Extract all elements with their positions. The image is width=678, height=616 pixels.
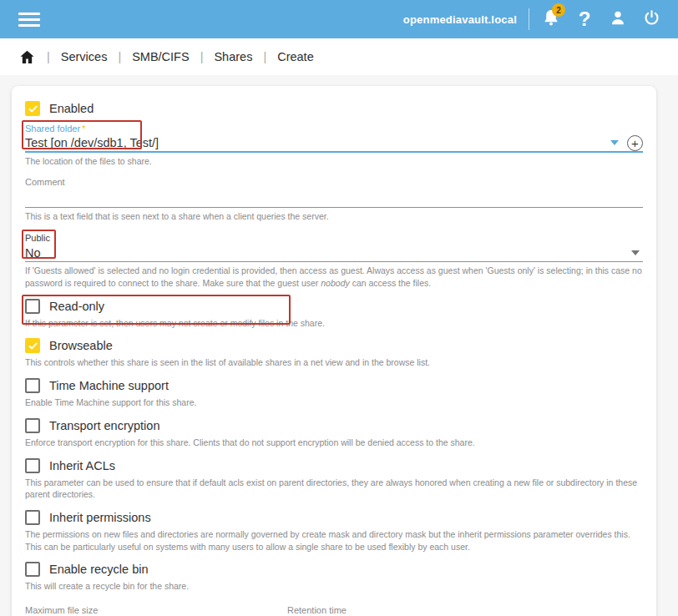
maximum-file-size-label: Maximum file size (25, 604, 257, 616)
header-divider (529, 8, 529, 30)
public-value: No (25, 245, 628, 261)
shared-folder-select[interactable]: Test [on /dev/sdb1, Test/] + (25, 134, 643, 153)
share-create-form: Enabled Shared folder* Test [on /dev/sdb… (12, 86, 656, 616)
comment-hint: This is a text field that is seen next t… (25, 210, 643, 223)
enabled-label: Enabled (49, 102, 94, 115)
browseable-checkbox[interactable] (25, 338, 40, 353)
public-select[interactable]: No (25, 244, 643, 262)
notification-badge: 2 (552, 3, 565, 17)
breadcrumb-item-smbcifs[interactable]: SMB/CIFS (132, 50, 189, 63)
transport-encryption-hint: Enforce transport encryption for this sh… (25, 437, 643, 449)
inherit-permissions-label: Inherit permissions (49, 511, 151, 524)
shared-folder-value: Test [on /dev/sdb1, Test/] (25, 134, 607, 151)
public-hint: If 'Guests allowed' is selected and no l… (25, 265, 643, 289)
enable-recycle-bin-row: Enable recycle bin This will create a re… (25, 561, 643, 593)
required-marker: * (82, 124, 85, 134)
breadcrumb-item-create[interactable]: Create (277, 50, 314, 63)
omv-smb-share-create-page: { "header": { "hostname": "openmediavaul… (0, 0, 678, 616)
shared-folder-field: Shared folder* Test [on /dev/sdb1, Test/… (25, 123, 643, 168)
person-icon (609, 8, 627, 30)
maximum-file-size-field: Maximum file size Unrestricted Files tha… (25, 604, 257, 616)
public-hint-emphasis: nobody (321, 278, 349, 288)
breadcrumb-separator: | (47, 50, 50, 63)
transport-encryption-label: Transport encryption (49, 419, 159, 432)
browseable-row: Browseable This controls whether this sh… (25, 337, 643, 369)
readonly-label: Read-only (49, 300, 104, 313)
enable-recycle-bin-label: Enable recycle bin (49, 563, 149, 576)
power-icon (643, 9, 660, 30)
browseable-label: Browseable (49, 339, 113, 352)
time-machine-label: Time Machine support (49, 379, 169, 392)
comment-field: Comment This is a text field that is see… (25, 176, 643, 223)
inherit-acls-hint: This parameter can be used to ensure tha… (25, 477, 643, 501)
breadcrumb-separator: | (118, 50, 121, 63)
user-button[interactable] (601, 3, 635, 36)
retention-time-field: Retention time 0 Files in the recycle bi… (287, 604, 514, 616)
retention-time-label: Retention time (287, 604, 514, 616)
public-label: Public (25, 232, 643, 244)
enabled-row: Enabled (25, 100, 643, 117)
inherit-permissions-row: Inherit permissions The permissions on n… (25, 509, 643, 553)
shared-folder-hint: The location of the files to share. (25, 155, 643, 168)
breadcrumb: | Services | SMB/CIFS | Shares | Create (0, 38, 678, 75)
public-field: Public No If 'Guests allowed' is selecte… (25, 232, 643, 289)
chevron-down-icon[interactable] (610, 140, 619, 145)
inherit-permissions-hint: The permissions on new files and directo… (25, 528, 643, 553)
shared-folder-label: Shared folder (25, 124, 80, 134)
time-machine-hint: Enable Time Machine support for this sha… (25, 396, 643, 409)
chevron-down-icon[interactable] (631, 250, 640, 255)
breadcrumb-separator: | (200, 50, 204, 63)
app-header: openmediavault.local 2 ? (0, 0, 678, 38)
enable-recycle-bin-hint: This will create a recycle bin for the s… (25, 580, 643, 593)
add-shared-folder-button[interactable]: + (627, 135, 643, 151)
enable-recycle-bin-checkbox[interactable] (25, 562, 40, 577)
readonly-hint: If this parameter is set, then users may… (25, 317, 643, 330)
notifications-button[interactable]: 2 (534, 3, 568, 36)
breadcrumb-item-services[interactable]: Services (61, 50, 108, 63)
comment-input[interactable] (25, 188, 643, 208)
readonly-checkbox[interactable] (25, 299, 40, 314)
inherit-permissions-checkbox[interactable] (25, 510, 40, 525)
enabled-checkbox[interactable] (25, 101, 40, 116)
browseable-hint: This controls whether this share is seen… (25, 356, 643, 369)
inherit-acls-row: Inherit ACLs This parameter can be used … (25, 457, 643, 501)
help-button[interactable]: ? (568, 3, 601, 36)
breadcrumb-item-shares[interactable]: Shares (214, 50, 252, 63)
comment-label: Comment (25, 176, 643, 188)
time-machine-row: Time Machine support Enable Time Machine… (25, 377, 643, 409)
logout-button[interactable] (635, 3, 668, 36)
inherit-acls-checkbox[interactable] (25, 458, 40, 473)
recycle-options-row: Maximum file size Unrestricted Files tha… (25, 604, 643, 616)
transport-encryption-row: Transport encryption Enforce transport e… (25, 417, 643, 449)
question-icon: ? (579, 9, 591, 29)
main-content: Enabled Shared folder* Test [on /dev/sdb… (0, 75, 678, 616)
menu-icon[interactable] (18, 13, 40, 27)
breadcrumb-separator: | (263, 50, 266, 63)
home-icon[interactable] (18, 48, 36, 66)
readonly-row: Read-only If this parameter is set, then… (25, 298, 643, 330)
transport-encryption-checkbox[interactable] (25, 418, 40, 433)
time-machine-checkbox[interactable] (25, 378, 40, 393)
inherit-acls-label: Inherit ACLs (49, 459, 115, 472)
hostname-label: openmediavault.local (403, 13, 517, 26)
